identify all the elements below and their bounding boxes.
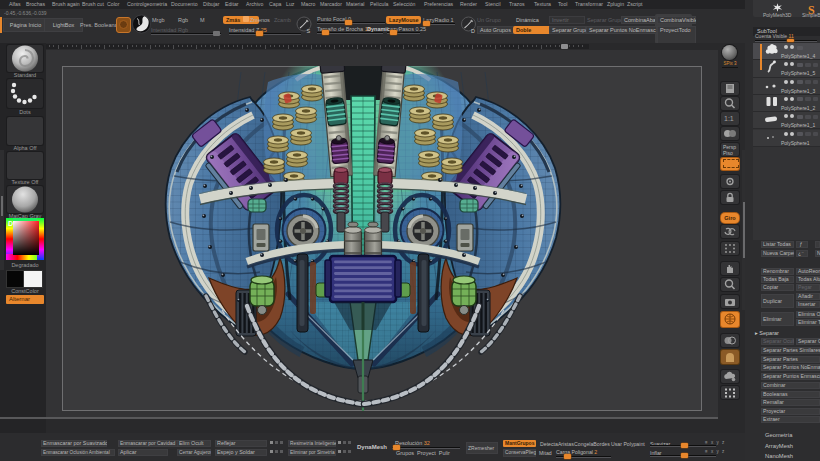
svg-text:Piso: Piso [723, 150, 733, 156]
svg-text:D: D [471, 28, 475, 34]
svg-text:S: S [307, 28, 311, 34]
svg-text:1:1: 1:1 [724, 115, 734, 122]
svg-text:D: D [8, 220, 13, 227]
